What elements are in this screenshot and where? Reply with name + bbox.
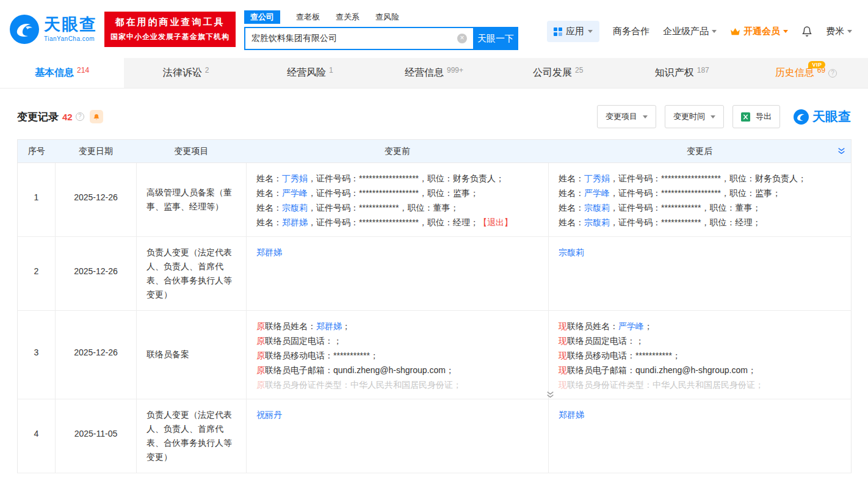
- tab-label: 经营风险: [287, 67, 326, 79]
- tab-count: 2: [205, 66, 209, 75]
- tianyancha-logo[interactable]: 天眼查 TianYanCha.com: [10, 15, 97, 44]
- search-tab-查风险[interactable]: 查风险: [375, 10, 399, 24]
- text-segment: 2025-12-26: [74, 347, 118, 357]
- tab-经营风险[interactable]: 经营风险1: [248, 58, 372, 88]
- row-no: 1: [18, 163, 56, 237]
- search-button[interactable]: 天眼一下: [473, 27, 518, 50]
- tab-count: 25: [575, 66, 583, 75]
- section-controls: 变更项目 变更时间 导出: [597, 105, 851, 128]
- text-segment: 联络员固定电话：；: [567, 336, 644, 346]
- search-row: 天眼一下: [244, 27, 518, 50]
- chevron-down-icon: [712, 30, 717, 33]
- tab-count: 1: [329, 66, 333, 75]
- business-coop-link[interactable]: 商务合作: [613, 26, 649, 37]
- tab-公司发展[interactable]: 公司发展25: [496, 58, 620, 88]
- search-tab-查老板[interactable]: 查老板: [296, 10, 320, 24]
- person-link[interactable]: 郑群娣: [559, 410, 584, 420]
- tab-label: 知识产权: [655, 67, 694, 79]
- person-link[interactable]: 宗馥莉: [584, 203, 610, 213]
- collapse-all-icon[interactable]: [837, 147, 845, 155]
- cell-line: 3: [18, 347, 55, 362]
- table-row: 32025-12-26联络员备案原联络员姓名：郑群娣；原联络员固定电话：；原联络…: [18, 311, 852, 399]
- row-no: 4: [18, 399, 56, 473]
- notifications-bell[interactable]: [801, 26, 812, 37]
- person-link[interactable]: 宗馥莉: [584, 217, 610, 227]
- cell-line: 现联络员移动电话：***********；: [559, 348, 841, 363]
- chevron-down-icon: [783, 30, 788, 33]
- person-link[interactable]: 严学峰: [584, 188, 610, 198]
- open-vip-link[interactable]: 开通会员: [730, 26, 788, 37]
- tab-历史信息[interactable]: 历史信息69VIP: [744, 58, 868, 88]
- tab-知识产权[interactable]: 知识产权187: [620, 58, 744, 88]
- bell-icon: [801, 26, 812, 37]
- logo-text-wrap: 天眼查 TianYanCha.com: [44, 16, 97, 42]
- apps-menu[interactable]: 应用: [547, 21, 599, 42]
- tab-经营信息[interactable]: 经营信息999+: [372, 58, 496, 88]
- cell-line: 姓名：丁秀娟，证件号码：******************，职位：财务负责人；: [256, 171, 538, 186]
- text-segment: 【退出】: [479, 217, 513, 227]
- text-segment: 联络员固定电话：；: [265, 336, 342, 346]
- person-link[interactable]: 郑群娣: [256, 247, 282, 257]
- person-link[interactable]: 严学峰: [618, 321, 644, 331]
- row-after: 郑群娣: [549, 399, 852, 473]
- section-head: 变更记录 42 变更项目 变更时间: [17, 105, 851, 128]
- text-segment: 姓名：: [256, 217, 282, 227]
- text-segment: 负责人变更（法定代表人、负责人、首席代表、合伙事务执行人等变更）: [146, 410, 232, 462]
- text-segment: ，证件号码：******************，职位：财务负责人；: [308, 173, 504, 183]
- text-segment: 姓名：: [559, 188, 584, 198]
- text-segment: ，证件号码：******************，职位：财务负责人；: [610, 173, 806, 183]
- person-link[interactable]: 祝丽丹: [256, 410, 282, 420]
- filter-change-time-dropdown[interactable]: 变更时间: [665, 105, 724, 128]
- enterprise-label: 企业级产品: [663, 26, 709, 37]
- export-button[interactable]: 导出: [732, 105, 780, 128]
- row-date: 2025-12-26: [56, 237, 137, 311]
- crown-icon: [730, 27, 740, 36]
- tab-基本信息[interactable]: 基本信息214: [0, 58, 124, 88]
- cell-line: 2: [18, 266, 55, 281]
- search-input[interactable]: [244, 27, 473, 50]
- cell-line: 原联络员电子邮箱：qundi.zheng@h-shgroup.com；: [256, 363, 538, 377]
- text-segment: 姓名：: [256, 188, 282, 198]
- excel-icon: [741, 112, 750, 122]
- search-tab-查关系[interactable]: 查关系: [336, 10, 360, 24]
- table-row: 12025-12-26高级管理人员备案（董事、监事、经理等）姓名：丁秀娟，证件号…: [18, 163, 852, 237]
- apps-label: 应用: [566, 26, 584, 37]
- text-segment: 姓名：: [256, 173, 282, 183]
- row-date: 2025-11-05: [56, 399, 137, 473]
- user-menu[interactable]: 费米: [826, 26, 852, 37]
- help-question-icon[interactable]: [76, 112, 84, 121]
- search-tab-查公司[interactable]: 查公司: [244, 10, 280, 24]
- person-link[interactable]: 郑群娣: [316, 321, 342, 331]
- clear-search-icon[interactable]: [457, 34, 467, 43]
- subscribe-bell-button[interactable]: [90, 110, 103, 123]
- slogan-banner: 都在用的商业查询工具 国家中小企业发展子基金旗下机构: [104, 12, 236, 47]
- text-segment: ，证件号码：************，职位：董事；: [610, 203, 761, 213]
- text-segment: 联络员姓名：: [265, 321, 316, 331]
- cell-line: 姓名：宗馥莉，证件号码：************，职位：经理；: [559, 215, 841, 230]
- cell-line: 4: [18, 429, 55, 443]
- text-segment: 2025-11-05: [74, 429, 118, 438]
- help-question-icon[interactable]: [828, 69, 837, 78]
- cell-line: 现联络员电子邮箱：qundi.zheng@h-shgroup.com；: [559, 363, 841, 377]
- logo-text: 天眼查: [44, 16, 97, 33]
- text-segment: 联络员备案: [146, 349, 189, 359]
- cell-line: 现联络员固定电话：；: [559, 333, 841, 348]
- person-link[interactable]: 宗馥莉: [559, 247, 584, 257]
- text-segment: ，证件号码：************，职位：经理；: [610, 217, 761, 227]
- enterprise-products-link[interactable]: 企业级产品: [663, 26, 717, 37]
- cell-line: 高级管理人员备案（董事、监事、经理等）: [146, 186, 236, 214]
- person-link[interactable]: 郑群娣: [282, 217, 308, 227]
- search-tabs: 查公司查老板查关系查风险: [244, 10, 518, 24]
- person-link[interactable]: 丁秀娟: [282, 173, 308, 183]
- tianyancha-logo-icon: [794, 109, 809, 125]
- row-item: 高级管理人员备案（董事、监事、经理等）: [137, 163, 247, 237]
- text-segment: 现: [559, 336, 567, 346]
- person-link[interactable]: 严学峰: [282, 188, 308, 198]
- cell-line: 现联络员姓名：严学峰；: [559, 319, 841, 333]
- row-item: 负责人变更（法定代表人、负责人、首席代表、合伙事务执行人等变更）: [137, 399, 247, 473]
- person-link[interactable]: 宗馥莉: [282, 203, 308, 213]
- filter-change-item-dropdown[interactable]: 变更项目: [597, 105, 656, 128]
- person-link[interactable]: 丁秀娟: [584, 173, 610, 183]
- column-header-序号: 序号: [18, 140, 56, 163]
- tab-法律诉讼[interactable]: 法律诉讼2: [124, 58, 248, 88]
